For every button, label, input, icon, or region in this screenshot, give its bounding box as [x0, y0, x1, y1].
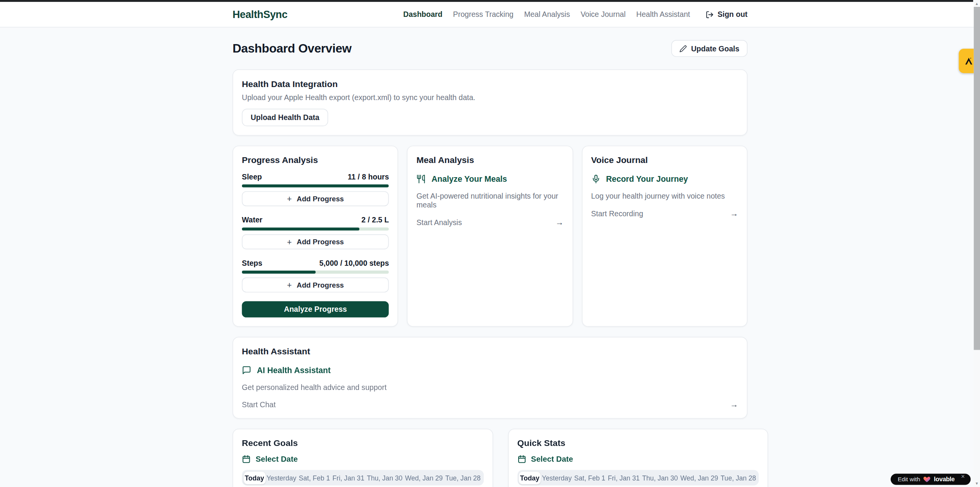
plus-icon: +	[287, 238, 292, 246]
healthsync-app: HealthSync Dashboard Progress Tracking M…	[0, 0, 980, 487]
extension-logo-icon	[963, 55, 974, 66]
goal-value: 11 / 8 hours	[348, 173, 389, 181]
select-date-button[interactable]: Select Date	[517, 455, 759, 464]
sign-out-button[interactable]: Sign out	[706, 10, 748, 19]
meal-description: Get AI-powered nutritional insights for …	[417, 192, 563, 209]
tab-thu-jan-30[interactable]: Thu, Jan 30	[641, 471, 679, 484]
voice-description: Log your health journey with voice notes	[591, 192, 738, 201]
add-progress-button-water[interactable]: + Add Progress	[242, 234, 389, 249]
quick-stats-title: Quick Stats	[517, 438, 759, 448]
tab-wed-jan-29[interactable]: Wed, Jan 29	[404, 471, 444, 484]
progress-fill	[242, 184, 389, 188]
record-your-journey-link[interactable]: Record Your Journey	[591, 174, 738, 184]
arrow-right-icon: →	[555, 217, 563, 227]
tab-wed-jan-29[interactable]: Wed, Jan 29	[679, 471, 720, 484]
tab-thu-jan-30[interactable]: Thu, Jan 30	[366, 471, 404, 484]
tab-today[interactable]: Today	[244, 471, 265, 484]
integration-title: Health Data Integration	[242, 79, 738, 89]
tab-yesterday[interactable]: Yesterday	[541, 471, 573, 484]
goal-value: 5,000 / 10,000 steps	[320, 259, 389, 268]
voice-journal-title: Voice Journal	[591, 155, 738, 165]
tab-today[interactable]: Today	[519, 471, 541, 484]
pencil-icon	[679, 45, 687, 53]
goal-steps: Steps 5,000 / 10,000 steps + Add Progres…	[242, 259, 389, 293]
add-progress-button-sleep[interactable]: + Add Progress	[242, 191, 389, 206]
integration-description: Upload your Apple Health export (export.…	[242, 93, 738, 102]
main-content: Dashboard Overview Update Goals Health D…	[232, 28, 748, 487]
page-title: Dashboard Overview	[232, 41, 351, 56]
recent-goals-title: Recent Goals	[242, 438, 484, 448]
health-assistant-card: Health Assistant AI Health Assistant Get…	[232, 337, 748, 418]
quick-stats-card: Quick Stats Select Date Today Yesterday …	[508, 429, 768, 487]
voice-journal-card: Voice Journal Record Your Journey Log yo…	[582, 146, 748, 327]
goal-label: Steps	[242, 259, 262, 268]
arrow-right-icon: →	[730, 400, 738, 409]
nav-progress-tracking[interactable]: Progress Tracking	[453, 10, 514, 19]
update-goals-button[interactable]: Update Goals	[671, 40, 747, 57]
progress-fill	[242, 271, 316, 274]
main-nav: Dashboard Progress Tracking Meal Analysi…	[403, 10, 748, 19]
goal-label: Water	[242, 216, 263, 224]
assistant-description: Get personalized health advice and suppo…	[242, 383, 738, 392]
start-recording-link[interactable]: Start Recording →	[591, 209, 738, 218]
tab-sat-feb-1[interactable]: Sat, Feb 1	[298, 471, 331, 484]
tab-yesterday[interactable]: Yesterday	[265, 471, 298, 484]
plus-icon: +	[287, 195, 292, 203]
analyze-your-meals-link[interactable]: Analyze Your Meals	[417, 174, 563, 184]
goal-value: 2 / 2.5 L	[361, 216, 389, 224]
date-tabs: Today Yesterday Sat, Feb 1 Fri, Jan 31 T…	[517, 470, 759, 485]
calendar-icon	[517, 455, 526, 464]
calendar-icon	[242, 455, 251, 464]
utensils-icon	[417, 174, 426, 184]
progress-analysis-card: Progress Analysis Sleep 11 / 8 hours + A…	[232, 146, 398, 327]
upload-health-data-button[interactable]: Upload Health Data	[242, 109, 328, 127]
arrow-right-icon: →	[730, 209, 738, 218]
sign-out-label: Sign out	[718, 10, 748, 19]
date-tabs: Today Yesterday Sat, Feb 1 Fri, Jan 31 T…	[242, 470, 484, 485]
goal-sleep: Sleep 11 / 8 hours + Add Progress	[242, 173, 389, 206]
chat-bubble-icon	[242, 365, 251, 375]
nav-meal-analysis[interactable]: Meal Analysis	[524, 10, 570, 19]
analyze-progress-button[interactable]: Analyze Progress	[242, 301, 389, 317]
goal-label: Sleep	[242, 173, 262, 181]
progress-track	[242, 271, 389, 274]
app-header: HealthSync Dashboard Progress Tracking M…	[0, 0, 980, 28]
logout-icon	[706, 10, 714, 18]
scrollbar: ▲ ▼	[973, 0, 980, 487]
select-date-button[interactable]: Select Date	[242, 455, 484, 464]
close-icon[interactable]: ✕	[961, 474, 965, 479]
tab-sat-feb-1[interactable]: Sat, Feb 1	[573, 471, 607, 484]
progress-fill	[242, 227, 360, 230]
ai-health-assistant-link[interactable]: AI Health Assistant	[242, 365, 738, 375]
heart-gradient-icon	[923, 475, 931, 482]
progress-track	[242, 227, 389, 230]
recent-goals-card: Recent Goals Select Date Today Yesterday…	[232, 429, 493, 487]
lovable-badge[interactable]: Edit with lovable ✕	[891, 473, 971, 484]
nav-health-assistant[interactable]: Health Assistant	[636, 10, 690, 19]
progress-track	[242, 184, 389, 188]
start-chat-link[interactable]: Start Chat →	[242, 400, 738, 409]
meal-analysis-card: Meal Analysis Analyze Your Meals Get AI-…	[407, 146, 573, 327]
microphone-icon	[591, 174, 600, 184]
plus-icon: +	[287, 281, 292, 289]
nav-voice-journal[interactable]: Voice Journal	[581, 10, 626, 19]
window-top-strip	[0, 0, 973, 2]
lovable-label: lovable	[934, 475, 955, 482]
scrollbar-thumb[interactable]	[973, 7, 980, 350]
brand-logo: HealthSync	[232, 8, 287, 20]
tab-fri-jan-31[interactable]: Fri, Jan 31	[606, 471, 641, 484]
tab-tue-jan-28[interactable]: Tue, Jan 28	[720, 471, 758, 484]
lovable-prefix: Edit with	[898, 475, 920, 482]
add-progress-button-steps[interactable]: + Add Progress	[242, 277, 389, 292]
scrollbar-down-arrow[interactable]: ▼	[973, 480, 980, 486]
scrollbar-up-arrow[interactable]: ▲	[973, 1, 980, 7]
nav-dashboard[interactable]: Dashboard	[403, 10, 442, 19]
health-assistant-title: Health Assistant	[242, 346, 738, 356]
health-data-integration-card: Health Data Integration Upload your Appl…	[232, 69, 748, 136]
progress-analysis-title: Progress Analysis	[242, 155, 389, 165]
tab-fri-jan-31[interactable]: Fri, Jan 31	[331, 471, 366, 484]
start-analysis-link[interactable]: Start Analysis →	[417, 217, 563, 227]
tab-tue-jan-28[interactable]: Tue, Jan 28	[444, 471, 482, 484]
meal-analysis-title: Meal Analysis	[417, 155, 563, 165]
goal-water: Water 2 / 2.5 L + Add Progress	[242, 216, 389, 249]
